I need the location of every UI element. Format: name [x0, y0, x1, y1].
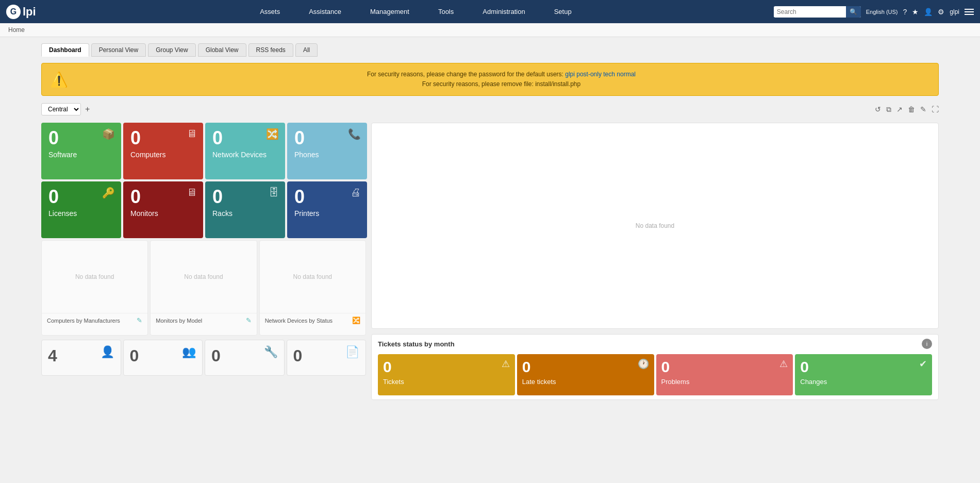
tool-stat-icon: 🔧	[264, 345, 278, 359]
tab-personal-view[interactable]: Personal View	[91, 43, 146, 57]
ticket-card-late[interactable]: 🕐 0 Late tickets	[517, 354, 654, 395]
help-icon[interactable]: ?	[903, 8, 907, 16]
asset-card-racks[interactable]: 🗄 0 Racks	[205, 181, 285, 238]
problems-warning-icon: ⚠	[779, 358, 788, 370]
network-icon: 🔀	[266, 128, 279, 140]
late-tickets-count: 0	[522, 359, 649, 375]
language-selector[interactable]: English (US)	[866, 9, 898, 15]
printers-count: 0	[294, 188, 360, 206]
no-data-computers: No data found	[42, 241, 147, 313]
asset-card-printers[interactable]: 🖨 0 Printers	[287, 181, 367, 238]
add-dashboard-button[interactable]: +	[85, 105, 90, 114]
logo-text: lpi	[23, 5, 36, 19]
hamburger-menu[interactable]	[965, 9, 974, 15]
ticket-status-title: Tickets status by month	[378, 340, 455, 348]
nav-assets[interactable]: Assets	[256, 6, 284, 18]
racks-label: Racks	[212, 209, 278, 218]
left-section: 📦 0 Software 🖥 0 Computers 🔀 0 Network D…	[41, 123, 366, 400]
tab-rss-feeds[interactable]: RSS feeds	[248, 43, 293, 57]
user-settings-icon[interactable]: 👤	[924, 8, 933, 16]
share-icon[interactable]: ↗	[896, 105, 903, 114]
stat-card-users[interactable]: 👤 4	[41, 340, 121, 376]
chart-edit-network[interactable]: 🔀	[352, 317, 360, 324]
nav-management[interactable]: Management	[366, 6, 413, 18]
computers-label: Computers	[130, 151, 196, 159]
asset-cards-row2: 🔑 0 Licenses 🖥 0 Monitors 🗄 0 Racks 🖨 0	[41, 181, 366, 238]
ticket-status-panel: Tickets status by month i ⚠ 0 Tickets 🕐 …	[371, 334, 939, 400]
chart-computers-manufacturers: No data found Computers by Manufacturers…	[41, 240, 148, 336]
tickets-label: Tickets	[383, 378, 510, 386]
view-tabs: Dashboard Personal View Group View Globa…	[41, 43, 939, 57]
ticket-card-tickets[interactable]: ⚠ 0 Tickets	[378, 354, 515, 395]
no-data-monitors: No data found	[151, 241, 256, 313]
copy-icon[interactable]: ⧉	[886, 105, 891, 114]
stat-card-docs[interactable]: 📄 0	[287, 340, 367, 376]
licenses-icon: 🔑	[102, 187, 115, 199]
main-nav: Assets Assistance Management Tools Admin…	[58, 6, 774, 18]
nav-administration[interactable]: Administration	[478, 6, 529, 18]
info-icon[interactable]: i	[922, 339, 932, 349]
search-input[interactable]	[774, 7, 846, 17]
alert-links[interactable]: glpi post-only tech normal	[565, 71, 636, 78]
logo-g: G	[6, 5, 21, 19]
trash-icon[interactable]: 🗑	[908, 105, 915, 114]
late-clock-icon: 🕐	[638, 358, 649, 370]
user-stat-count: 4	[48, 346, 57, 365]
monitors-count: 0	[130, 188, 196, 206]
chart-footer-network: Network Devices by Status 🔀	[260, 313, 366, 327]
nav-right-controls: 🔍 English (US) ? ★ 👤 ⚙ glpi	[774, 6, 974, 18]
chart-edit-monitors[interactable]: ✎	[246, 317, 252, 324]
problems-count: 0	[661, 359, 788, 375]
phones-label: Phones	[294, 151, 360, 159]
doc-stat-icon: 📄	[345, 345, 359, 359]
problems-label: Problems	[661, 378, 788, 386]
fullscreen-icon[interactable]: ⛶	[932, 105, 939, 114]
tab-group-view[interactable]: Group View	[148, 43, 195, 57]
asset-cards-row1: 📦 0 Software 🖥 0 Computers 🔀 0 Network D…	[41, 123, 366, 179]
monitors-label: Monitors	[130, 209, 196, 218]
chart-footer-computers: Computers by Manufacturers ✎	[42, 313, 147, 327]
right-section: No data found Tickets status by month i …	[371, 123, 939, 400]
stat-card-groups[interactable]: 👥 0	[123, 340, 203, 376]
breadcrumb: Home	[0, 23, 980, 37]
nav-tools[interactable]: Tools	[434, 6, 458, 18]
alert-text: For security reasons, please change the …	[73, 70, 930, 89]
tab-dashboard[interactable]: Dashboard	[41, 43, 89, 57]
asset-card-network[interactable]: 🔀 0 Network Devices	[205, 123, 285, 179]
asset-card-monitors[interactable]: 🖥 0 Monitors	[123, 181, 203, 238]
asset-card-software[interactable]: 📦 0 Software	[41, 123, 121, 179]
warning-icon: ⚠️	[50, 71, 68, 88]
star-icon[interactable]: ★	[912, 8, 919, 16]
undo-icon[interactable]: ↺	[875, 105, 881, 114]
stat-card-tools[interactable]: 🔧 0	[205, 340, 285, 376]
software-icon: 📦	[102, 128, 115, 140]
search-box[interactable]: 🔍	[774, 6, 861, 18]
ticket-status-header: Tickets status by month i	[378, 339, 932, 349]
breadcrumb-home[interactable]: Home	[8, 26, 25, 34]
search-button[interactable]: 🔍	[846, 6, 861, 18]
security-alert: ⚠️ For security reasons, please change t…	[41, 63, 939, 96]
dashboard-main-row: 📦 0 Software 🖥 0 Computers 🔀 0 Network D…	[41, 123, 939, 400]
logo[interactable]: G lpi	[6, 5, 47, 19]
asset-card-phones[interactable]: 📞 0 Phones	[287, 123, 367, 179]
chart-footer-monitors: Monitors by Model ✎	[151, 313, 256, 327]
tool-stat-count: 0	[211, 346, 221, 365]
software-label: Software	[48, 151, 114, 159]
ticket-card-problems[interactable]: ⚠ 0 Problems	[656, 354, 793, 395]
asset-card-licenses[interactable]: 🔑 0 Licenses	[41, 181, 121, 238]
username[interactable]: glpi	[950, 8, 959, 15]
chart-edit-computers[interactable]: ✎	[137, 317, 142, 324]
network-label: Network Devices	[212, 151, 278, 159]
group-stat-count: 0	[130, 346, 139, 365]
tab-global-view[interactable]: Global View	[198, 43, 246, 57]
tab-all[interactable]: All	[295, 43, 318, 57]
dashboard-selector[interactable]: Central	[41, 103, 81, 115]
computers-icon: 🖥	[187, 128, 197, 140]
nav-assistance[interactable]: Assistance	[305, 6, 345, 18]
gear-icon[interactable]: ⚙	[938, 8, 944, 16]
ticket-card-changes[interactable]: ✔ 0 Changes	[795, 354, 932, 395]
edit-icon[interactable]: ✎	[920, 105, 926, 114]
dashboard-controls: Central + ↺ ⧉ ↗ 🗑 ✎ ⛶	[41, 103, 939, 115]
asset-card-computers[interactable]: 🖥 0 Computers	[123, 123, 203, 179]
nav-setup[interactable]: Setup	[550, 6, 576, 18]
